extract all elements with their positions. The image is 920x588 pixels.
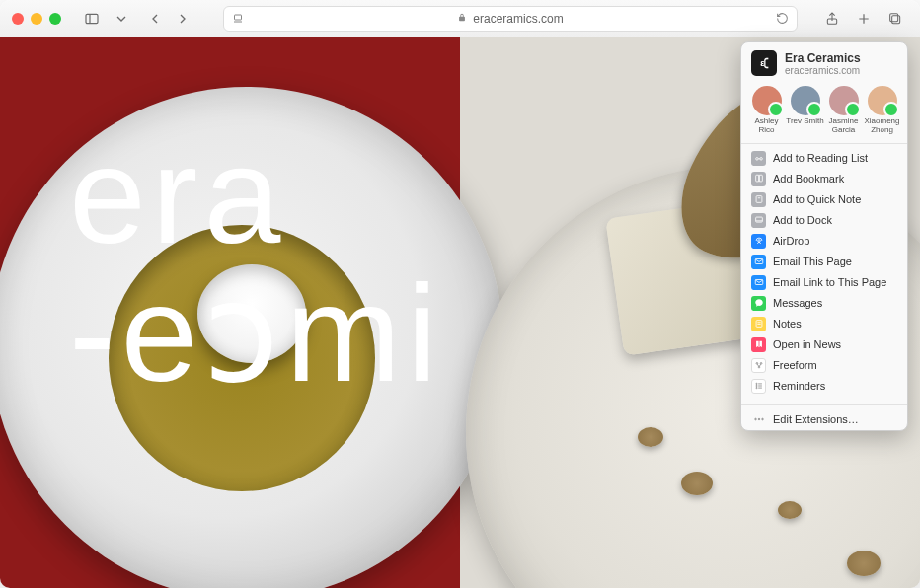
pebble-2 — [681, 472, 713, 495]
share-panel: εʗ Era Ceramics eraceramics.com Ashley R… — [740, 41, 908, 431]
avatar — [791, 86, 820, 115]
share-menu-item[interactable]: Freeform — [741, 355, 907, 376]
share-menu-label: Reminders — [773, 380, 825, 392]
share-menu-item[interactable]: Notes — [741, 314, 907, 334]
site-settings-icon[interactable] — [232, 13, 244, 25]
hero-line1: era — [69, 126, 443, 264]
toolbar: eraceramics.com — [0, 0, 920, 37]
glasses-icon — [751, 151, 766, 166]
rem-icon — [751, 379, 766, 394]
share-button[interactable] — [819, 8, 845, 30]
share-menu-label: Messages — [773, 297, 822, 309]
sidebar-menu-chevron[interactable] — [109, 8, 134, 30]
share-menu-label: Notes — [773, 318, 802, 330]
share-contact[interactable]: Jasmine Garcia — [824, 86, 863, 135]
share-menu-item[interactable]: Reminders — [741, 376, 907, 397]
svg-point-9 — [755, 158, 758, 161]
share-menu-label: Add to Dock — [773, 214, 832, 226]
svg-rect-14 — [755, 217, 762, 222]
svg-rect-2 — [235, 15, 242, 20]
msg-icon — [751, 296, 766, 311]
window-controls — [12, 13, 61, 25]
avatar — [868, 86, 897, 115]
svg-point-24 — [758, 366, 760, 368]
share-header: εʗ Era Ceramics eraceramics.com — [741, 42, 907, 82]
share-menu-label: Freeform — [773, 359, 817, 371]
share-menu-item[interactable]: Open in News — [741, 334, 907, 355]
address-url: eraceramics.com — [473, 12, 563, 26]
share-menu-label: AirDrop — [773, 235, 809, 247]
mail-icon — [751, 255, 766, 269]
share-menu-label: Open in News — [773, 338, 841, 350]
share-menu-list: Add to Reading List Add Bookmark Add to … — [741, 144, 907, 401]
pebble-3 — [778, 501, 802, 519]
share-menu-item[interactable]: Add to Dock — [741, 210, 907, 231]
contact-name: Xiaomeng Zhong — [863, 117, 901, 135]
share-menu-label: Email Link to This Page — [773, 276, 886, 288]
forward-button[interactable] — [170, 8, 195, 30]
airdrop-icon — [751, 234, 766, 249]
site-favicon: εʗ — [751, 50, 777, 76]
svg-point-23 — [760, 363, 762, 365]
extensions-icon — [751, 412, 766, 427]
avatar — [752, 86, 782, 115]
share-menu-item[interactable]: AirDrop — [741, 231, 907, 252]
share-contact[interactable]: Xiaomeng Zhong — [863, 86, 901, 135]
news-icon — [751, 337, 766, 352]
share-contacts: Ashley Rico Trev Smith Jasmine Garcia Xi… — [741, 82, 907, 144]
contact-name: Jasmine Garcia — [824, 117, 863, 135]
share-menu-item[interactable]: Add Bookmark — [741, 169, 907, 189]
share-contact[interactable]: Ashley Rico — [747, 86, 786, 135]
share-menu-item[interactable]: Email This Page — [741, 252, 907, 272]
pebble-4 — [847, 551, 881, 576]
sidebar-toggle[interactable] — [79, 8, 105, 30]
share-menu-item[interactable]: Add to Quick Note — [741, 189, 907, 210]
svg-point-29 — [755, 385, 756, 386]
share-site-url: eraceramics.com — [785, 65, 861, 76]
back-button[interactable] — [142, 8, 168, 30]
reload-button[interactable] — [776, 12, 789, 25]
svg-line-26 — [759, 364, 760, 366]
avatar — [829, 86, 859, 115]
edit-extensions-label: Edit Extensions… — [773, 413, 859, 425]
divider — [741, 404, 907, 405]
maximize-window[interactable] — [49, 13, 61, 25]
share-menu-label: Add to Reading List — [773, 152, 868, 164]
free-icon — [751, 358, 766, 373]
notes-icon — [751, 317, 766, 331]
edit-extensions[interactable]: Edit Extensions… — [741, 409, 907, 430]
share-menu-item[interactable]: Add to Reading List — [741, 148, 907, 169]
share-menu-item[interactable]: Messages — [741, 293, 907, 314]
tabs-overview-button[interactable] — [882, 8, 908, 30]
svg-point-35 — [761, 418, 763, 420]
share-menu-label: Email This Page — [773, 256, 852, 267]
share-site-title: Era Ceramics — [785, 51, 861, 65]
dock-icon — [751, 213, 766, 228]
address-bar[interactable]: eraceramics.com — [223, 6, 798, 32]
book-icon — [751, 172, 766, 186]
share-menu-label: Add to Quick Note — [773, 193, 861, 205]
contact-name: Trev Smith — [786, 117, 823, 126]
share-contact[interactable]: Trev Smith — [786, 86, 824, 135]
share-menu-label: Add Bookmark — [773, 173, 844, 184]
share-menu-item[interactable]: Email Link to This Page — [741, 272, 907, 293]
contact-name: Ashley Rico — [747, 117, 786, 135]
svg-point-33 — [754, 418, 756, 420]
svg-point-27 — [755, 383, 756, 384]
hero-line2: -eɔmi — [69, 264, 443, 403]
svg-rect-0 — [86, 14, 98, 23]
note-icon — [751, 192, 766, 207]
mail-icon — [751, 275, 766, 290]
close-window[interactable] — [12, 13, 24, 25]
svg-point-31 — [755, 388, 756, 389]
svg-rect-12 — [756, 196, 762, 203]
lock-icon — [457, 12, 467, 26]
new-tab-button[interactable] — [851, 8, 877, 30]
browser-window: eraceramics.com — [0, 0, 920, 588]
minimize-window[interactable] — [31, 13, 42, 25]
svg-point-22 — [756, 363, 758, 365]
svg-point-34 — [758, 418, 760, 420]
svg-rect-8 — [890, 13, 898, 21]
svg-line-25 — [757, 364, 758, 366]
svg-point-10 — [759, 158, 762, 161]
